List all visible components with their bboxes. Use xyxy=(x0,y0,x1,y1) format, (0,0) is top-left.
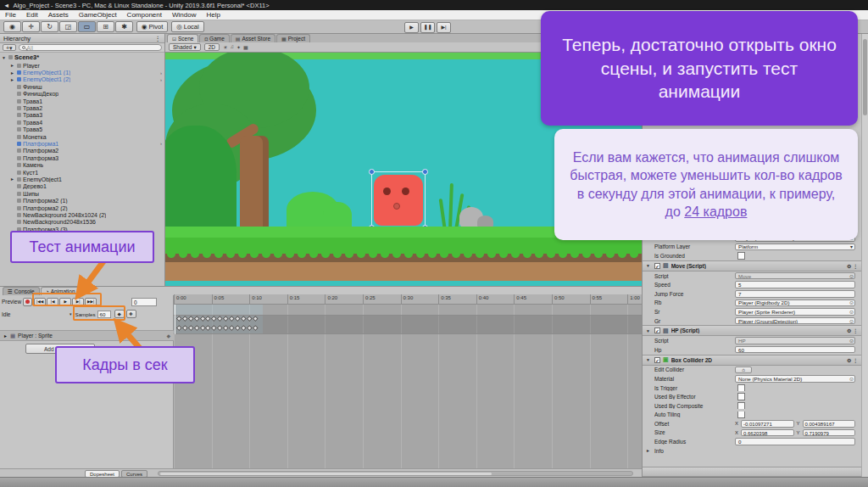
hierarchy-item[interactable]: Куст1 xyxy=(0,169,164,176)
selection-handle[interactable] xyxy=(369,169,375,175)
y-value[interactable]: 0.7190979 xyxy=(803,429,855,437)
tool-button[interactable]: ⊞ xyxy=(97,21,114,32)
keyframe[interactable] xyxy=(194,316,199,321)
x-value[interactable]: -0.01097271 xyxy=(741,420,793,428)
keyframe[interactable] xyxy=(206,325,211,330)
component-enabled-checkbox[interactable]: ✓ xyxy=(654,357,660,363)
2d-toggle[interactable]: 2D xyxy=(204,43,220,51)
keyframe[interactable] xyxy=(206,316,211,321)
prefab-open-arrow-icon[interactable]: › xyxy=(160,77,162,82)
panel-menu-icon[interactable]: ⋮ xyxy=(155,35,162,42)
property-value[interactable]: Player (Rigidbody 2D) xyxy=(735,299,855,307)
component-menu-icons[interactable]: ⚙ ⋮ xyxy=(847,263,858,269)
keyframe[interactable] xyxy=(223,316,228,321)
view-tab[interactable]: ◘ Game xyxy=(199,34,229,42)
inspector-row[interactable]: Edit Collider ⌂ xyxy=(643,366,861,375)
menu-item[interactable]: Component xyxy=(127,11,162,19)
chevron-down-icon[interactable]: ▾ xyxy=(70,311,72,316)
frame-field[interactable]: 0 xyxy=(131,298,157,306)
inspector-row[interactable]: Offset X-0.01097271 Y0.004389167 xyxy=(643,419,861,428)
keyframe[interactable] xyxy=(247,316,252,321)
keyframe[interactable] xyxy=(229,316,234,321)
component-menu-icons[interactable]: ⚙ ⋮ xyxy=(847,327,858,333)
hierarchy-item[interactable]: NewBackground 2048x1024 (2) xyxy=(0,211,164,218)
property-value[interactable]: 60 xyxy=(735,346,855,354)
keyframe[interactable] xyxy=(211,325,216,330)
hierarchy-item[interactable]: Шипы xyxy=(0,190,164,197)
component-enabled-checkbox[interactable]: ✓ xyxy=(654,327,660,333)
scene-option-icon[interactable]: ♫ xyxy=(230,44,234,50)
menu-item[interactable]: Edit xyxy=(26,11,38,19)
inspector-row[interactable]: ▼ ✓ ▣ Box Collider 2D ⚙ ⋮ xyxy=(643,355,861,366)
keyframe[interactable] xyxy=(235,316,240,321)
property-value[interactable]: 0 xyxy=(735,438,855,445)
keyframe[interactable] xyxy=(176,316,181,321)
keyframe[interactable] xyxy=(200,316,205,321)
x-value[interactable]: 0.6620398 xyxy=(741,429,793,437)
local-toggle[interactable]: ◎ Local xyxy=(171,21,203,32)
property-value[interactable]: X-0.01097271 Y0.004389167 xyxy=(735,420,855,428)
hierarchy-item[interactable]: Трава1 xyxy=(0,98,164,104)
menu-item[interactable]: Help xyxy=(206,11,220,19)
hierarchy-item[interactable]: Платформа2 xyxy=(0,148,164,154)
hierarchy-item[interactable]: Трава4 xyxy=(0,119,164,126)
hierarchy-item[interactable]: Платформа2 (2) xyxy=(0,204,164,211)
keyframe[interactable] xyxy=(200,325,205,330)
property-value[interactable]: Move xyxy=(735,272,855,280)
hierarchy-item[interactable]: ► EnemyObject1 xyxy=(0,176,164,182)
inspector-row[interactable]: Size X0.6620398 Y0.7190979 xyxy=(643,428,861,438)
property-value[interactable]: Platform xyxy=(735,244,855,251)
inspector-row[interactable]: Sr Player (Sprite Renderer) xyxy=(643,307,861,316)
keyframe[interactable] xyxy=(241,325,246,330)
hierarchy-item[interactable]: Трава2 xyxy=(0,104,164,111)
scene-option-icon[interactable]: ☀ xyxy=(223,44,227,50)
timeline-scrollbar[interactable] xyxy=(158,471,633,476)
foldout-arrow-icon[interactable]: ▼ xyxy=(2,55,7,60)
tool-button[interactable]: ✛ xyxy=(22,21,40,32)
step-button[interactable]: ▶| xyxy=(437,22,451,33)
keyframe[interactable] xyxy=(253,325,258,330)
scene-option-icon[interactable]: ▦ xyxy=(243,44,248,50)
inspector-row[interactable]: Used By Effector xyxy=(643,392,861,401)
record-button[interactable] xyxy=(23,298,32,306)
y-value[interactable]: 0.004389167 xyxy=(803,420,855,428)
pivot-toggle[interactable]: ◉ Pivot xyxy=(136,21,168,32)
keyframe[interactable] xyxy=(247,325,252,330)
keyframe[interactable] xyxy=(188,316,193,321)
foldout-arrow-icon[interactable]: ▼ xyxy=(646,357,652,362)
curves-button[interactable]: Curves xyxy=(121,470,147,478)
hierarchy-item[interactable]: Камень xyxy=(0,161,164,168)
playhead[interactable] xyxy=(175,305,175,334)
keyframe[interactable] xyxy=(223,325,228,330)
inspector-row[interactable]: ▼ ✓ ▤ Move (Script) ⚙ ⋮ xyxy=(643,260,861,271)
menu-item[interactable]: GameObject xyxy=(79,11,117,19)
inspector-row[interactable]: Speed 5 xyxy=(643,280,861,289)
property-value[interactable]: 5 xyxy=(735,281,855,288)
inspector-row[interactable]: Gr Player (GroundDetection) xyxy=(643,316,861,326)
hierarchy-item[interactable]: Платформа1 › xyxy=(0,140,164,147)
property-value[interactable]: Player (GroundDetection) xyxy=(735,317,855,325)
view-tab[interactable]: ⊡ Scene xyxy=(167,34,198,42)
inspector-row[interactable]: Edge Radius 0 xyxy=(643,437,861,446)
property-value[interactable]: X0.6620398 Y0.7190979 xyxy=(735,429,855,437)
menu-item[interactable]: Assets xyxy=(48,11,69,19)
clip-dropdown[interactable]: Idle xyxy=(2,311,68,317)
inspector-row[interactable]: ▼ ✓ ▤ HP (Script) ⚙ ⋮ xyxy=(643,325,861,336)
foldout-arrow-icon[interactable]: ► xyxy=(10,63,15,68)
hierarchy-item[interactable]: Трава5 xyxy=(0,126,164,133)
hierarchy-item[interactable]: NewBackground2048x1536 xyxy=(0,219,164,226)
selection-handle[interactable] xyxy=(422,169,428,175)
keyframe[interactable] xyxy=(194,325,199,330)
keyframe[interactable] xyxy=(217,325,222,330)
hierarchy-item[interactable]: ► EnemyObject1 (2) › xyxy=(0,76,164,83)
dopesheet-button[interactable]: Dopesheet xyxy=(85,470,120,478)
inspector-row[interactable]: Is Grounded xyxy=(643,251,861,260)
keyframe[interactable] xyxy=(182,325,187,330)
property-value[interactable]: Player (Sprite Renderer) xyxy=(735,308,855,316)
hierarchy-item[interactable]: ► Player xyxy=(0,62,164,69)
keyframe[interactable] xyxy=(241,316,246,321)
menu-item[interactable]: File xyxy=(5,11,16,19)
hierarchy-search-input[interactable]: All xyxy=(19,44,162,51)
property-value[interactable]: 7 xyxy=(735,290,855,298)
hierarchy-item[interactable]: Монетка xyxy=(0,133,164,140)
